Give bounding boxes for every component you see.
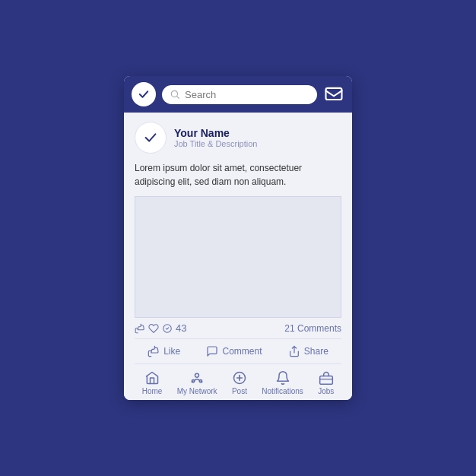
comment-label: Comment (222, 346, 262, 357)
jobs-label: Jobs (318, 387, 334, 395)
comment-button[interactable]: Comment (206, 345, 262, 357)
author-title: Job Title & Description (174, 139, 257, 148)
network-icon (189, 370, 205, 386)
like-button[interactable]: Like (148, 345, 180, 357)
notifications-icon (275, 370, 290, 386)
search-bar[interactable] (162, 85, 317, 104)
post-icon (232, 370, 247, 386)
svg-rect-10 (319, 376, 332, 385)
post-image (135, 196, 341, 318)
notifications-label: Notifications (262, 387, 303, 395)
phone-frame: Your Name Job Title & Description Lorem … (124, 76, 352, 400)
header (124, 76, 352, 113)
home-label: Home (142, 387, 163, 395)
comment-action-icon (206, 345, 218, 357)
author-info: Your Name Job Title & Description (174, 127, 257, 148)
post-card: Your Name Job Title & Description Lorem … (124, 113, 352, 400)
like-label: Like (163, 346, 180, 357)
author-name[interactable]: Your Name (174, 127, 257, 139)
heart-icon (148, 323, 159, 334)
share-action-icon (288, 345, 300, 357)
nav-jobs[interactable]: Jobs (318, 370, 334, 395)
share-button[interactable]: Share (288, 345, 328, 357)
jobs-icon (319, 370, 334, 386)
post-author: Your Name Job Title & Description (135, 122, 341, 154)
messages-icon[interactable] (323, 84, 344, 105)
search-input[interactable] (185, 89, 309, 100)
share-label: Share (304, 346, 328, 357)
like-action-icon (148, 345, 160, 357)
reaction-icons: 43 (135, 322, 186, 334)
thumbs-up-icon (135, 323, 145, 334)
svg-point-4 (195, 373, 199, 377)
nav-post[interactable]: Post (232, 370, 247, 395)
post-label: Post (232, 387, 247, 395)
network-label: My Network (177, 387, 217, 395)
avatar[interactable] (135, 122, 167, 154)
svg-line-1 (177, 97, 179, 99)
bottom-nav: Home My Network (135, 364, 341, 400)
reaction-count: 43 (176, 322, 186, 334)
logo-icon[interactable] (132, 82, 156, 106)
home-icon (144, 370, 160, 386)
reactions-bar: 43 21 Comments (135, 318, 341, 339)
svg-rect-2 (326, 88, 342, 100)
nav-notifications[interactable]: Notifications (262, 370, 303, 395)
comments-count[interactable]: 21 Comments (284, 323, 341, 334)
post-text: Lorem ipsum dolor sit amet, consectetuer… (135, 161, 341, 189)
search-icon (170, 89, 180, 100)
nav-home[interactable]: Home (142, 370, 163, 395)
clap-icon (162, 323, 173, 334)
action-buttons: Like Comment Share (135, 339, 341, 364)
nav-network[interactable]: My Network (177, 370, 217, 395)
